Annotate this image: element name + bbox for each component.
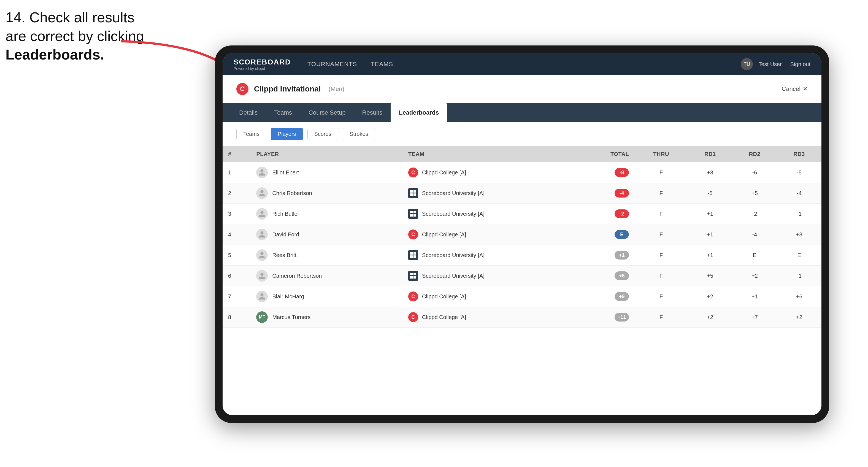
rd1-cell: +2 (688, 286, 733, 307)
total-cell: -8 (576, 162, 634, 183)
thru-cell: F (634, 245, 688, 266)
leaderboard-table-container: # PLAYER TEAM TOTAL THRU RD1 RD2 RD3 1 (223, 146, 822, 415)
player-avatar: MT (256, 311, 268, 323)
rd1-cell: -5 (688, 183, 733, 204)
tab-teams[interactable]: Teams (266, 103, 300, 122)
instruction-text: 14. Check all results are correct by cli… (5, 8, 144, 64)
score-badge: -2 (615, 209, 629, 218)
rank-cell: 1 (223, 162, 251, 183)
team-logo (408, 271, 418, 281)
sign-out-link[interactable]: Sign out (790, 61, 810, 67)
logo-sub: Powered by clippd (234, 66, 291, 71)
team-cell: C Clippd College [A] (403, 224, 576, 245)
rd2-cell: +2 (733, 266, 777, 286)
col-team: TEAM (403, 146, 576, 162)
rank-cell: 4 (223, 224, 251, 245)
tab-results[interactable]: Results (354, 103, 391, 122)
filter-strokes-button[interactable]: Strokes (343, 128, 375, 140)
team-logo: C (408, 312, 418, 322)
player-cell: Chris Robertson (251, 183, 403, 204)
navbar: SCOREBOARD Powered by clippd TOURNAMENTS… (223, 53, 822, 75)
rank-cell: 2 (223, 183, 251, 204)
rd2-cell: +1 (733, 286, 777, 307)
table-header-row: # PLAYER TEAM TOTAL THRU RD1 RD2 RD3 (223, 146, 822, 162)
nav-teams[interactable]: TEAMS (371, 60, 393, 69)
table-row: 8 MT Marcus Turners C Clippd College [A] (223, 307, 822, 328)
tab-bar: Details Teams Course Setup Results Leade… (223, 103, 822, 122)
table-row: 5 Rees Britt (223, 245, 822, 266)
rd2-cell: E (733, 245, 777, 266)
rd1-cell: +1 (688, 224, 733, 245)
team-cell: Scoreboard University [A] (403, 204, 576, 224)
tablet-frame: SCOREBOARD Powered by clippd TOURNAMENTS… (215, 45, 829, 423)
player-avatar (256, 187, 268, 199)
rd1-cell: +1 (688, 245, 733, 266)
rank-cell: 6 (223, 266, 251, 286)
col-rd1: RD1 (688, 146, 733, 162)
tab-course-setup[interactable]: Course Setup (300, 103, 354, 122)
thru-cell: F (634, 286, 688, 307)
leaderboard-table: # PLAYER TEAM TOTAL THRU RD1 RD2 RD3 1 (223, 146, 822, 328)
rank-cell: 5 (223, 245, 251, 266)
thru-cell: F (634, 162, 688, 183)
total-cell: -4 (576, 183, 634, 204)
user-name: Test User | (758, 61, 784, 67)
rd2-cell: +5 (733, 183, 777, 204)
rd2-cell: +7 (733, 307, 777, 328)
player-cell: David Ford (251, 224, 403, 245)
tab-leaderboards[interactable]: Leaderboards (391, 103, 447, 122)
col-player: PLAYER (251, 146, 403, 162)
score-badge: -4 (615, 189, 629, 197)
player-cell: Blair McHarg (251, 286, 403, 307)
rd2-cell: -4 (733, 224, 777, 245)
nav-tournaments[interactable]: TOURNAMENTS (307, 60, 357, 69)
total-cell: E (576, 224, 634, 245)
tournament-icon: C (236, 83, 248, 95)
rd3-cell: -4 (777, 183, 822, 204)
table-row: 6 Cameron Robertson (223, 266, 822, 286)
rd1-cell: +2 (688, 307, 733, 328)
rd3-cell: -1 (777, 266, 822, 286)
team-cell: Scoreboard University [A] (403, 245, 576, 266)
team-logo (408, 188, 418, 198)
table-row: 1 Elliot Ebert C (223, 162, 822, 183)
player-cell: Elliot Ebert (251, 162, 403, 183)
col-thru: THRU (634, 146, 688, 162)
rd1-cell: +1 (688, 204, 733, 224)
user-avatar: TU (741, 58, 753, 70)
player-avatar (256, 229, 268, 240)
player-avatar (256, 291, 268, 302)
team-logo: C (408, 291, 418, 302)
player-avatar (256, 208, 268, 220)
rd2-cell: -6 (733, 162, 777, 183)
total-cell: -2 (576, 204, 634, 224)
table-row: 4 David Ford C (223, 224, 822, 245)
cancel-button[interactable]: Cancel ✕ (782, 85, 808, 93)
rank-cell: 8 (223, 307, 251, 328)
score-badge: -8 (615, 168, 629, 177)
rd1-cell: +5 (688, 266, 733, 286)
filter-scores-button[interactable]: Scores (307, 128, 338, 140)
thru-cell: F (634, 204, 688, 224)
team-cell: Scoreboard University [A] (403, 266, 576, 286)
total-cell: +6 (576, 266, 634, 286)
player-avatar (256, 249, 268, 261)
player-cell: Rich Butler (251, 204, 403, 224)
total-cell: +11 (576, 307, 634, 328)
team-logo (408, 250, 418, 260)
score-badge: +9 (615, 292, 629, 301)
team-logo (408, 209, 418, 219)
tab-details[interactable]: Details (231, 103, 266, 122)
rd2-cell: -2 (733, 204, 777, 224)
tablet-screen: SCOREBOARD Powered by clippd TOURNAMENTS… (223, 53, 822, 415)
thru-cell: F (634, 266, 688, 286)
nav-links: TOURNAMENTS TEAMS (307, 60, 741, 69)
player-cell: Rees Britt (251, 245, 403, 266)
filter-teams-button[interactable]: Teams (236, 128, 267, 140)
rd3-cell: +6 (777, 286, 822, 307)
team-cell: C Clippd College [A] (403, 286, 576, 307)
tournament-name: Clippd Invitational (254, 85, 321, 93)
filter-players-button[interactable]: Players (271, 128, 303, 140)
rank-cell: 7 (223, 286, 251, 307)
player-cell: MT Marcus Turners (251, 307, 403, 328)
